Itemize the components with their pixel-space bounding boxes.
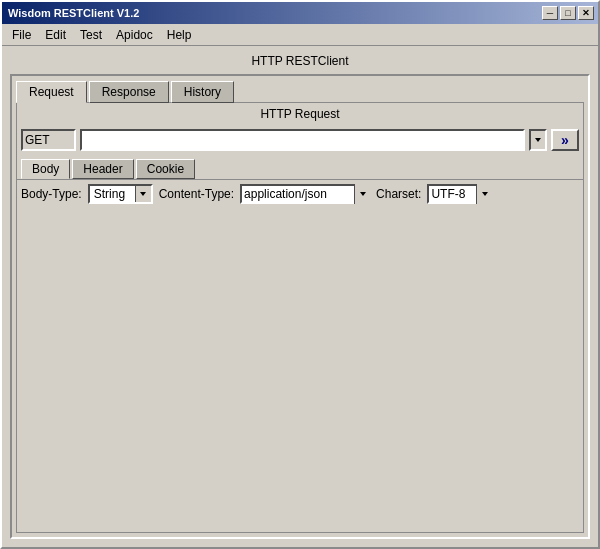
- inner-tab-content: Body-Type: String Content-Type: applicat…: [17, 179, 583, 532]
- inner-tab-bar: Body Header Cookie: [17, 155, 583, 179]
- main-panel: Request Response History HTTP Request GE…: [10, 74, 590, 539]
- menu-file[interactable]: File: [6, 26, 37, 44]
- menu-edit[interactable]: Edit: [39, 26, 72, 44]
- http-request-bar: GET POST PUT DELETE PATCH: [17, 125, 583, 155]
- tab-body[interactable]: Body: [21, 159, 70, 179]
- title-bar-buttons: ─ □ ✕: [542, 6, 594, 20]
- body-type-chevron-icon: [140, 192, 146, 196]
- charset-select-wrapper: UTF-8 ISO-8859-1 UTF-16: [427, 184, 492, 204]
- main-window: Wisdom RESTClient V1.2 ─ □ ✕ File Edit T…: [0, 0, 600, 549]
- section-title: HTTP Request: [17, 103, 583, 125]
- tab-request[interactable]: Request: [16, 81, 87, 103]
- tab-cookie[interactable]: Cookie: [136, 159, 195, 179]
- body-type-arrow[interactable]: [135, 186, 151, 202]
- charset-label: Charset:: [376, 187, 421, 201]
- menu-bar: File Edit Test Apidoc Help: [2, 24, 598, 46]
- body-type-value: String: [90, 186, 135, 202]
- tab-header[interactable]: Header: [72, 159, 133, 179]
- app-content: HTTP RESTClient Request Response History…: [2, 46, 598, 547]
- content-type-wrapper: application/json text/plain application/…: [240, 184, 370, 204]
- body-options-bar: Body-Type: String Content-Type: applicat…: [17, 180, 583, 208]
- tab-response[interactable]: Response: [89, 81, 169, 103]
- method-select[interactable]: GET POST PUT DELETE PATCH: [21, 129, 76, 151]
- content-type-label: Content-Type:: [159, 187, 234, 201]
- close-button[interactable]: ✕: [578, 6, 594, 20]
- main-tab-bar: Request Response History: [12, 76, 588, 102]
- url-input[interactable]: [80, 129, 525, 151]
- method-dropdown-wrapper: GET POST PUT DELETE PATCH: [21, 129, 76, 151]
- content-type-select[interactable]: application/json text/plain application/…: [240, 184, 370, 204]
- tab-history[interactable]: History: [171, 81, 234, 103]
- menu-apidoc[interactable]: Apidoc: [110, 26, 159, 44]
- menu-help[interactable]: Help: [161, 26, 198, 44]
- tab-content: HTTP Request GET POST PUT DELETE PATCH: [16, 102, 584, 533]
- body-type-label: Body-Type:: [21, 187, 82, 201]
- send-icon: »: [561, 132, 569, 148]
- chevron-down-icon: [535, 138, 541, 142]
- menu-test[interactable]: Test: [74, 26, 108, 44]
- url-dropdown-button[interactable]: [529, 129, 547, 151]
- window-title: Wisdom RESTClient V1.2: [6, 7, 139, 19]
- body-type-select[interactable]: String: [88, 184, 153, 204]
- maximize-button[interactable]: □: [560, 6, 576, 20]
- minimize-button[interactable]: ─: [542, 6, 558, 20]
- send-button[interactable]: »: [551, 129, 579, 151]
- charset-select[interactable]: UTF-8 ISO-8859-1 UTF-16: [427, 184, 492, 204]
- title-bar: Wisdom RESTClient V1.2 ─ □ ✕: [2, 2, 598, 24]
- app-title: HTTP RESTClient: [10, 54, 590, 68]
